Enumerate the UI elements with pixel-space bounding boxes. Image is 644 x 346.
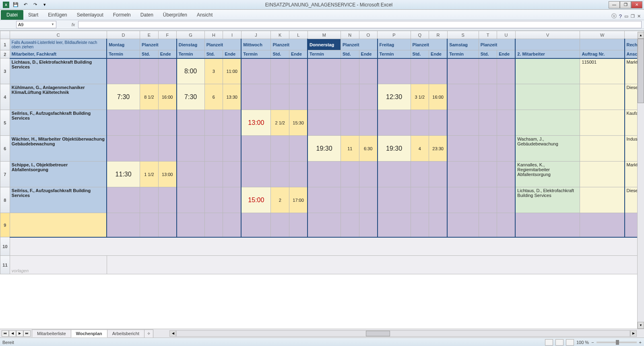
select-all-corner[interactable] — [0, 31, 10, 39]
termin-cell[interactable]: 19:30 — [378, 136, 411, 162]
termin-cell[interactable]: 19:30 — [308, 136, 341, 162]
cell[interactable] — [107, 256, 644, 274]
ende-cell[interactable] — [497, 187, 516, 213]
ende-cell[interactable] — [289, 84, 308, 110]
col-hdr[interactable]: S — [447, 31, 479, 39]
day-montag[interactable]: Montag — [107, 39, 140, 50]
zoom-thumb[interactable] — [616, 340, 619, 345]
scroll-up-icon[interactable]: ▲ — [638, 32, 644, 39]
ribbon-close-icon[interactable]: ✕ — [637, 14, 641, 19]
std-cell[interactable] — [479, 84, 497, 110]
ende-cell[interactable]: 23:30 — [429, 136, 448, 162]
ende-cell[interactable] — [497, 162, 516, 187]
std-cell[interactable] — [411, 58, 429, 84]
view-layout-icon[interactable] — [555, 339, 564, 346]
row-hdr[interactable]: 5 — [0, 110, 10, 136]
cell[interactable] — [140, 213, 159, 237]
col-hdr[interactable]: G — [177, 31, 204, 39]
row-hdr[interactable]: 11 — [0, 256, 10, 274]
sheet-prev-icon[interactable]: ◀ — [9, 330, 16, 337]
termin-cell[interactable] — [107, 58, 140, 84]
termin-cell[interactable]: 7:30 — [177, 84, 204, 110]
col-hdr[interactable]: E — [140, 31, 159, 39]
col-hdr[interactable]: V — [515, 31, 580, 39]
std-cell[interactable] — [204, 162, 223, 187]
termin-cell[interactable] — [177, 162, 204, 187]
termin-hdr[interactable]: Termin — [107, 50, 140, 58]
cell[interactable] — [378, 213, 411, 237]
std-cell[interactable] — [479, 187, 497, 213]
ende-cell[interactable]: 17:00 — [289, 187, 308, 213]
mitarbeiter2-cell[interactable] — [515, 58, 580, 84]
ende-cell[interactable] — [497, 136, 516, 162]
excel-icon[interactable]: X — [2, 1, 10, 9]
std-hdr[interactable]: Std. — [479, 50, 497, 58]
row-hdr[interactable]: 3 — [0, 58, 10, 84]
scroll-thumb[interactable] — [638, 39, 644, 103]
ende-cell[interactable] — [359, 84, 378, 110]
auftrag-cell[interactable] — [580, 84, 625, 110]
termin-cell[interactable] — [308, 84, 341, 110]
cell[interactable] — [308, 213, 341, 237]
sheet-first-icon[interactable]: ⏮ — [2, 330, 9, 337]
view-normal-icon[interactable] — [545, 339, 553, 346]
ende-cell[interactable]: 13:30 — [223, 84, 242, 110]
ribbon-tab-formulas[interactable]: Formeln — [108, 10, 136, 20]
ende-cell[interactable] — [359, 187, 378, 213]
std-cell[interactable] — [479, 110, 497, 136]
termin-cell[interactable]: 8:00 — [177, 58, 204, 84]
std-cell[interactable] — [204, 187, 223, 213]
col-hdr[interactable]: Q — [411, 31, 429, 39]
day-freitag[interactable]: Freitag — [378, 39, 411, 50]
termin-cell[interactable] — [177, 136, 204, 162]
hscroll-left-icon[interactable]: ◀ — [170, 331, 176, 336]
ende-cell[interactable] — [359, 110, 378, 136]
day-donnerstag-active[interactable]: Donnerstag — [308, 39, 341, 50]
employee-name-cell[interactable]: Schippe, I., Objektbetreuer Abfallentsor… — [10, 162, 107, 187]
close-button[interactable]: ✕ — [631, 1, 642, 8]
termin-cell[interactable]: 15:00 — [241, 187, 271, 213]
auftrag-hdr[interactable]: Auftrag Nr. — [580, 50, 625, 58]
ende-cell[interactable] — [289, 58, 308, 84]
ende-cell[interactable] — [223, 110, 242, 136]
std-cell[interactable] — [271, 84, 289, 110]
col-hdr[interactable]: T — [479, 31, 497, 39]
std-cell[interactable] — [140, 136, 159, 162]
ende-hdr[interactable]: Ende — [223, 50, 242, 58]
termin-hdr[interactable]: Termin — [378, 50, 411, 58]
name-box-dropdown-icon[interactable]: ▼ — [51, 23, 54, 26]
termin-cell[interactable] — [308, 110, 341, 136]
qat-more-icon[interactable]: ▾ — [40, 1, 49, 9]
col-hdr[interactable]: F — [158, 31, 177, 39]
ribbon-tab-layout[interactable]: Seitenlayout — [72, 10, 108, 20]
zoom-slider[interactable] — [597, 342, 637, 343]
cell[interactable] — [271, 213, 289, 237]
sheet-tab[interactable]: Arbeitsbericht — [107, 329, 144, 337]
cell[interactable] — [10, 213, 107, 237]
ribbon-options-icon[interactable]: ⓥ — [611, 12, 617, 20]
cell[interactable] — [479, 213, 497, 237]
employee-name-cell[interactable]: Wächter, H., Mitarbeiter Objektüberwachu… — [10, 136, 107, 162]
termin-cell[interactable] — [107, 136, 140, 162]
col-hdr[interactable]: M — [308, 31, 341, 39]
row-hdr[interactable]: 8 — [0, 187, 10, 213]
ende-cell[interactable] — [359, 58, 378, 84]
file-tab[interactable]: Datei — [1, 10, 23, 20]
termin-cell[interactable] — [308, 187, 341, 213]
std-cell[interactable] — [204, 136, 223, 162]
std-cell[interactable]: 11 — [341, 136, 359, 162]
ende-cell[interactable] — [497, 84, 516, 110]
ende-cell[interactable]: 11:00 — [223, 58, 242, 84]
termin-cell[interactable] — [177, 110, 204, 136]
termin-cell[interactable] — [107, 187, 140, 213]
col-hdr[interactable]: H — [204, 31, 223, 39]
new-sheet-button[interactable]: ✧ — [144, 329, 153, 338]
minimize-button[interactable]: — — [609, 1, 620, 8]
mitarbeiter-hdr[interactable]: Mitarbeiter, Fachkraft — [10, 50, 107, 58]
blank-hdr[interactable] — [515, 39, 580, 50]
redo-icon[interactable]: ↷ — [31, 1, 39, 9]
help-icon[interactable]: ? — [619, 13, 622, 19]
std-cell[interactable] — [140, 58, 159, 84]
ende-hdr[interactable]: Ende — [497, 50, 516, 58]
sheet-last-icon[interactable]: ⏭ — [23, 330, 31, 337]
